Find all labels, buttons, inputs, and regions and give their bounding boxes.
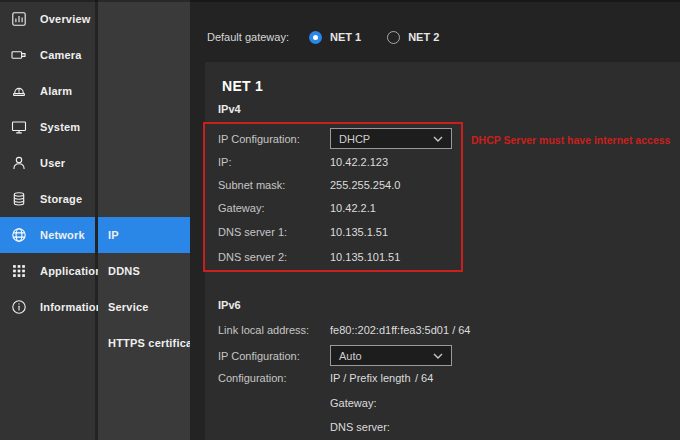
sidebar-item-system[interactable]: System [0, 109, 95, 145]
sidebar-item-camera[interactable]: Camera [0, 37, 95, 73]
ipv4-dns1-label: DNS server 1: [218, 225, 330, 239]
sidebar-item-label: Overview [40, 13, 91, 25]
sidebar-item-alarm[interactable]: Alarm [0, 73, 95, 109]
sidebar-item-label: User [40, 157, 65, 169]
ipv4-ip-row: IP: 10.42.2.123 [218, 155, 388, 169]
net1-radio-label[interactable]: NET 1 [330, 31, 361, 43]
submenu-item-label: DDNS [108, 265, 140, 277]
ipv6-dns-label: DNS server: [330, 420, 390, 434]
network-submenu: IP DDNS Service HTTPS certificate [98, 0, 190, 440]
ipv6-gateway-label: Gateway: [330, 396, 376, 410]
ipv6-configuration-row: Configuration: IP / Prefix length / 64 [218, 371, 433, 385]
net2-radio-group[interactable]: NET 2 [387, 31, 439, 44]
ipv4-dns2-label: DNS server 2: [218, 250, 330, 264]
ipv6-heading: IPv6 [218, 299, 241, 311]
ipv6-ip-configuration-row: IP Configuration: [218, 349, 330, 363]
ipv4-dns1-value: 10.135.1.51 [330, 225, 388, 239]
app-window: Overview Camera Alarm [0, 0, 680, 440]
ipv4-ip-configuration-label: IP Configuration: [218, 132, 330, 146]
net2-radio[interactable] [387, 31, 400, 44]
alarm-icon [11, 83, 27, 99]
sidebar-item-user[interactable]: User [0, 145, 95, 181]
chevron-down-icon [433, 136, 443, 142]
submenu-item-label: IP [108, 229, 119, 241]
network-icon [11, 227, 27, 243]
ipv4-subnet-value: 255.255.254.0 [330, 178, 400, 192]
submenu-item-ddns[interactable]: DDNS [98, 253, 190, 289]
sidebar-item-network[interactable]: Network [0, 217, 95, 253]
sidebar-item-information[interactable]: Information [0, 289, 95, 325]
ipv4-gateway-row: Gateway: 10.42.2.1 [218, 201, 376, 215]
system-icon [11, 119, 27, 135]
net2-radio-label[interactable]: NET 2 [408, 31, 439, 43]
window-top-edge [0, 0, 680, 2]
sidebar-item-applications[interactable]: Applications [0, 253, 95, 289]
sidebar-item-label: Camera [40, 49, 82, 61]
submenu-item-service[interactable]: Service [98, 289, 190, 325]
submenu-item-https-certificate[interactable]: HTTPS certificate [98, 325, 190, 361]
ipv4-ip-configuration-value: DHCP [339, 133, 370, 145]
user-icon [11, 155, 27, 171]
ipv4-dns1-row: DNS server 1: 10.135.1.51 [218, 225, 388, 239]
ipv6-link-local-label: Link local address: [218, 323, 330, 337]
net1-radio-group[interactable]: NET 1 [309, 31, 361, 44]
primary-sidebar: Overview Camera Alarm [0, 0, 95, 440]
submenu-item-label: HTTPS certificate [108, 337, 202, 349]
ipv6-ip-configuration-value: Auto [339, 350, 362, 362]
sidebar-item-label: Alarm [40, 85, 72, 97]
sidebar-item-label: Network [40, 229, 85, 241]
annotation-text: DHCP Server must have internet access [471, 134, 670, 146]
ipv4-dns2-row: DNS server 2: 10.135.101.51 [218, 250, 400, 264]
information-icon [11, 299, 27, 315]
submenu-item-ip[interactable]: IP [98, 217, 190, 253]
main-content: Default gateway: NET 1 NET 2 NET 1 IPv4 … [190, 0, 680, 440]
ipv4-heading: IPv4 [218, 103, 241, 115]
ipv4-gateway-value: 10.42.2.1 [330, 201, 376, 215]
sidebar-item-label: Information [40, 301, 103, 313]
ipv4-subnet-row: Subnet mask: 255.255.254.0 [218, 178, 400, 192]
ipv6-ip-configuration-select[interactable]: Auto [330, 345, 452, 366]
ipv4-subnet-label: Subnet mask: [218, 178, 330, 192]
ipv4-ip-configuration-select[interactable]: DHCP [330, 128, 452, 149]
net1-settings-panel: NET 1 IPv4 DHCP Server must have interne… [205, 62, 680, 440]
ipv4-dns2-value: 10.135.101.51 [330, 250, 400, 264]
sidebar-item-label: Storage [40, 193, 82, 205]
ipv4-gateway-label: Gateway: [218, 201, 330, 215]
ipv6-prefix-suffix: / 64 [415, 371, 433, 385]
ipv4-ip-configuration-row: IP Configuration: [218, 132, 330, 146]
ipv6-link-local-value: fe80::202:d1ff:fea3:5d01 / 64 [330, 323, 470, 337]
ipv6-ip-configuration-label: IP Configuration: [218, 349, 330, 363]
ipv6-dns-row: DNS server: [218, 420, 390, 434]
radio-dot [313, 35, 318, 40]
ipv6-configuration-label: Configuration: [218, 371, 330, 385]
ipv4-ip-label: IP: [218, 155, 330, 169]
ipv6-configuration-value: IP / Prefix length [330, 371, 415, 385]
sidebar-item-storage[interactable]: Storage [0, 181, 95, 217]
overview-icon [11, 11, 27, 27]
ipv4-ip-value: 10.42.2.123 [330, 155, 388, 169]
camera-icon [11, 47, 27, 63]
ipv6-link-local-row: Link local address: fe80::202:d1ff:fea3:… [218, 323, 470, 337]
storage-icon [11, 191, 27, 207]
ipv6-gateway-row: Gateway: [218, 396, 376, 410]
default-gateway-row: Default gateway: NET 1 NET 2 [207, 27, 439, 47]
sidebar-item-label: System [40, 121, 80, 133]
sidebar-item-overview[interactable]: Overview [0, 1, 95, 37]
default-gateway-label: Default gateway: [207, 31, 289, 43]
submenu-item-label: Service [108, 301, 149, 313]
panel-title: NET 1 [222, 78, 263, 94]
chevron-down-icon [433, 353, 443, 359]
applications-icon [11, 263, 27, 279]
net1-radio[interactable] [309, 31, 322, 44]
